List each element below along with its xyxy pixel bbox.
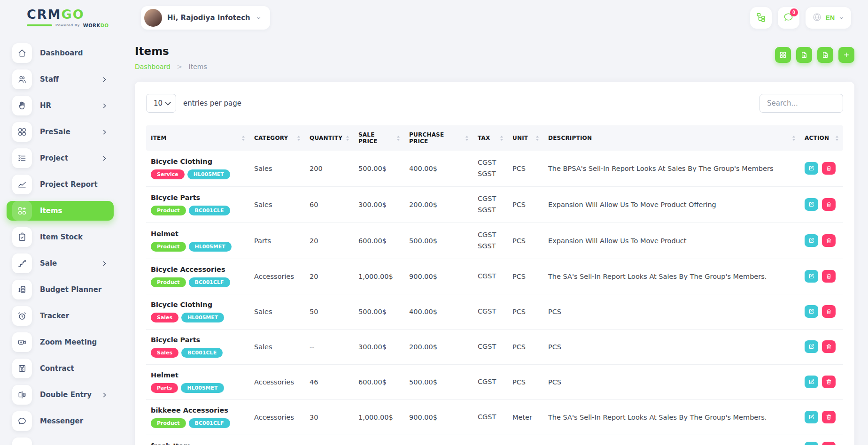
powered-by-label: Powered By	[55, 23, 80, 27]
cell-purchase-price: 500.00$	[404, 364, 473, 399]
grid-plus-icon	[12, 201, 32, 221]
delete-button[interactable]	[822, 376, 836, 388]
hidden-icon	[12, 437, 32, 445]
logo-underline	[27, 24, 52, 26]
cell-quantity: 60	[305, 186, 354, 222]
import-button[interactable]	[796, 47, 812, 63]
trash-icon	[826, 201, 832, 207]
cell-item: Bicycle PartsSalesBC001CLE	[146, 329, 249, 364]
column-header-quantity[interactable]: QUANTITY	[305, 125, 354, 151]
cell-tax: SGST	[473, 435, 508, 445]
sort-icon	[397, 136, 400, 141]
sidebar-item-project-report[interactable]: Project Report	[7, 175, 114, 194]
user-menu[interactable]: Hi, Rajodiya Infotech	[141, 6, 270, 30]
edit-button[interactable]	[805, 162, 818, 175]
sidebar-item-double-entry[interactable]: Double Entry	[7, 385, 114, 405]
sort-icon	[836, 136, 838, 141]
breadcrumb-dashboard-link[interactable]: Dashboard	[135, 63, 170, 70]
sort-icon	[792, 136, 795, 141]
cell-item: HelmetProductHL005MET	[146, 222, 249, 259]
delete-button[interactable]	[822, 162, 836, 175]
cell-category: Parts	[249, 222, 305, 259]
edit-button[interactable]	[805, 270, 818, 283]
export-button[interactable]	[817, 47, 833, 63]
page-title: Items	[135, 45, 207, 57]
cell-description: PCS	[543, 364, 800, 399]
delete-button[interactable]	[822, 198, 836, 211]
messages-button[interactable]: 0	[778, 7, 799, 29]
cell-sale-price: 1,000.00$	[354, 259, 404, 294]
sidebar-nav: DashboardStaffHRPreSaleProjectProject Re…	[0, 36, 120, 445]
edit-button[interactable]	[805, 198, 818, 211]
sidebar-item-sale[interactable]: Sale	[7, 253, 114, 273]
sidebar-item-budget-planner[interactable]: Budget Planner	[7, 280, 114, 299]
cell-sale-price: 500.00$	[354, 294, 404, 329]
item-badge: BC001CLE	[189, 206, 230, 215]
edit-button[interactable]	[805, 376, 818, 388]
sidebar-item-presale[interactable]: PreSale	[7, 122, 114, 142]
column-header-sale-price[interactable]: SALE PRICE	[354, 125, 404, 151]
search-input[interactable]	[760, 94, 843, 113]
chat-icon	[12, 411, 32, 431]
delete-button[interactable]	[822, 442, 836, 445]
column-header-unit[interactable]: UNIT	[508, 125, 543, 151]
edit-button[interactable]	[805, 442, 818, 445]
language-selector[interactable]: EN	[806, 7, 851, 29]
edit-button[interactable]	[805, 234, 818, 247]
items-table: ITEMCATEGORYQUANTITYSALE PRICEPURCHASE P…	[146, 125, 843, 445]
edit-button[interactable]	[805, 411, 818, 423]
grid-view-button[interactable]	[775, 47, 791, 63]
delete-button[interactable]	[822, 270, 836, 283]
create-button[interactable]	[838, 47, 854, 63]
column-header-action[interactable]: ACTION	[800, 125, 843, 151]
avatar	[144, 9, 162, 27]
delete-button[interactable]	[822, 411, 836, 423]
column-header-tax[interactable]: TAX	[473, 125, 508, 151]
sidebar-item-partial[interactable]	[7, 437, 114, 445]
cell-action	[800, 399, 843, 435]
sidebar-item-project[interactable]: Project	[7, 148, 114, 168]
cell-action	[800, 222, 843, 259]
delete-button[interactable]	[822, 340, 836, 353]
sidebar-item-zoom-meeting[interactable]: Zoom Meeting	[7, 332, 114, 352]
sort-icon	[536, 136, 539, 141]
cell-description: Expansion Will Allow Us To Move Product …	[543, 186, 800, 222]
sidebar-item-contract[interactable]: Contract	[7, 359, 114, 378]
item-badge: HL005MET	[181, 383, 224, 393]
cell-purchase-price: 400.00$	[404, 294, 473, 329]
workdo-logo: WORKDO	[83, 23, 109, 28]
item-badge: BC001CLF	[189, 418, 230, 428]
column-header-description[interactable]: DESCRIPTION	[543, 125, 800, 151]
cell-description: The SA's Sell-In Report Looks At Sales B…	[543, 399, 800, 435]
stairs-icon	[12, 253, 32, 273]
delete-button[interactable]	[822, 234, 836, 247]
column-header-category[interactable]: CATEGORY	[249, 125, 305, 151]
sidebar-item-dashboard[interactable]: Dashboard	[7, 43, 114, 63]
sidebar-item-hr[interactable]: HR	[7, 96, 114, 115]
table-row: Bicycle ClothingSalesHL005METSales50500.…	[146, 294, 843, 329]
sidebar-item-item-stock[interactable]: Item Stock	[7, 227, 114, 247]
sort-icon	[297, 136, 300, 141]
trash-icon	[826, 344, 832, 350]
entries-per-page-select[interactable]: 10	[146, 94, 176, 113]
sidebar-item-staff[interactable]: Staff	[7, 69, 114, 89]
cell-quantity: 20	[305, 259, 354, 294]
cell-category: Sales	[249, 329, 305, 364]
edit-button[interactable]	[805, 340, 818, 353]
hierarchy-button[interactable]	[750, 7, 772, 29]
delete-button[interactable]	[822, 305, 836, 318]
table-row: Bicycle ClothingServiceHL005METSales2005…	[146, 151, 843, 186]
sidebar-item-tracker[interactable]: Tracker	[7, 306, 114, 326]
column-header-purchase-price[interactable]: PURCHASE PRICE	[404, 125, 473, 151]
cell-unit: PCS	[508, 222, 543, 259]
list-check-icon	[12, 148, 32, 168]
sidebar-item-messenger[interactable]: Messenger	[7, 411, 114, 431]
globe-icon	[812, 12, 822, 23]
cell-sale-price: 300.00$	[354, 329, 404, 364]
sidebar-item-items[interactable]: Items	[7, 201, 114, 221]
cell-quantity: 30	[305, 399, 354, 435]
edit-button[interactable]	[805, 305, 818, 318]
cell-item: HelmetPartsHL005MET	[146, 364, 249, 399]
item-badge: HL005MET	[181, 313, 224, 322]
column-header-item[interactable]: ITEM	[146, 125, 249, 151]
